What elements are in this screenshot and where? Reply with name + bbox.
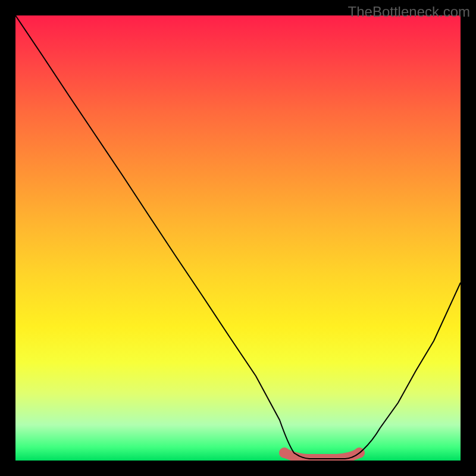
chart-curve-layer xyxy=(15,15,461,461)
watermark-text: TheBottleneck.com xyxy=(348,4,470,20)
main-curve xyxy=(15,15,461,459)
